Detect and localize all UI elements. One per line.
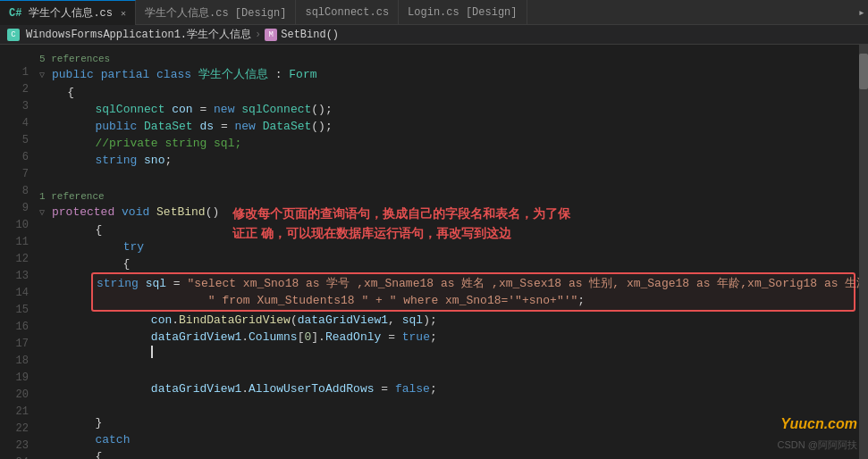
type-sqlconnect: sqlConnect	[95, 101, 164, 118]
var-dgv3: dataGridView1	[151, 380, 241, 397]
class-name: 学生个人信息	[198, 66, 268, 83]
kw-protected: protected	[52, 204, 114, 221]
breadcrumb-separator: ›	[255, 29, 261, 41]
prop-readonly: ReadOnly	[325, 329, 381, 346]
code-line-15: dataGridView1 . Columns [ 0 ]. ReadOnly …	[39, 329, 859, 346]
tab-3[interactable]: sqlConnect.cs	[296, 0, 399, 25]
watermark: Yuucn.com	[780, 416, 857, 432]
scrollbar-thumb[interactable]	[859, 54, 868, 89]
code-line-18: dataGridView1 . AllowUserToAddRows = fal…	[39, 380, 859, 397]
ref-5-label: 5 references	[39, 52, 859, 66]
new-dataset: DataSet	[263, 118, 312, 135]
method-setbind: SetBind	[156, 204, 206, 221]
var-sno: sno	[144, 152, 164, 169]
kw-public2: public	[95, 118, 137, 135]
tab-3-label: sqlConnect.cs	[305, 6, 389, 19]
tab-active[interactable]: C# 学生个人信息.cs ✕	[0, 0, 136, 25]
vertical-scrollbar[interactable]	[859, 45, 868, 459]
collapse-icon[interactable]: ▽	[39, 67, 50, 84]
kw-void: void	[122, 204, 149, 221]
tab-bar: C# 学生个人信息.cs ✕ 学生个人信息.cs [Design] sqlCon…	[0, 0, 868, 25]
code-line-blank1	[39, 169, 859, 186]
sql-highlight: string sql = "select xm_Sno18 as 学号 ,xm_…	[91, 272, 855, 312]
breadcrumb-class[interactable]: WindowsFormsApplication1.学生个人信息	[26, 27, 251, 42]
code-line-22: {	[39, 448, 859, 459]
code-line-1: ▽ public partial class 学生个人信息 : Form	[39, 66, 859, 84]
class-icon: C	[7, 29, 20, 41]
watermark-author: CSDN @阿阿阿扶	[778, 438, 857, 452]
collapse-icon-2[interactable]: ▽	[39, 204, 50, 221]
code-line-14: con . BindDataGridView ( dataGridView1 ,…	[39, 312, 859, 329]
code-line-13: " from Xum_Students18 " + " where xm_Sno…	[97, 292, 850, 309]
code-line-blank2	[39, 363, 859, 380]
prop-cols: Columns	[249, 329, 298, 346]
code-line-3: sqlConnect con = new sqlConnect ();	[39, 101, 859, 118]
type-dataset: DataSet	[144, 118, 193, 135]
kw-string1: string	[95, 152, 137, 169]
kw-try: try	[123, 238, 144, 255]
kw-new2: new	[234, 118, 255, 135]
var-sql: sql	[146, 275, 166, 292]
ide-window: C# 学生个人信息.cs ✕ 学生个人信息.cs [Design] sqlCon…	[0, 0, 868, 459]
kw-class: class	[156, 66, 191, 83]
kw-catch: catch	[95, 431, 130, 448]
num-0: 0	[304, 329, 311, 346]
cs-icon: C#	[9, 7, 21, 20]
annotation-text: 修改每个页面的查询语句，换成自己的字段名和表名，为了保证正 确，可以现在数据库运…	[232, 204, 572, 244]
method-icon: M	[265, 29, 277, 41]
var-ds: ds	[199, 118, 214, 135]
line-numbers: 1 2 3 4 5 6 7 8 9 10 11 12 13 14 15 16 1…	[0, 45, 36, 459]
comment-1: //private string sql;	[95, 135, 241, 152]
tab-scroll-btn[interactable]: ▸	[855, 0, 868, 24]
tab-spacer	[527, 0, 855, 24]
tab-2[interactable]: 学生个人信息.cs [Design]	[136, 0, 296, 25]
code-line-6: string sno ;	[39, 152, 859, 169]
code-area: 1 2 3 4 5 6 7 8 9 10 11 12 13 14 15 16 1…	[0, 45, 868, 459]
kw-string-sql: string	[97, 275, 139, 292]
str-sql2: " from Xum_Students18 " + " where xm_Sno…	[208, 292, 577, 309]
var-con2: con	[151, 312, 172, 329]
breadcrumb-bar: C WindowsFormsApplication1.学生个人信息 › M Se…	[0, 25, 868, 45]
base-class: Form	[289, 66, 316, 83]
code-line-21: catch	[39, 431, 859, 448]
code-line-20: }	[39, 414, 859, 431]
prop-allow: AllowUserToAddRows	[249, 380, 374, 397]
var-sql2: sql	[402, 312, 423, 329]
tab-active-label: 学生个人信息.cs	[29, 5, 113, 21]
code-line-11: {	[39, 255, 859, 272]
var-dgv2: dataGridView1	[151, 329, 241, 346]
code-line-2: {	[39, 84, 859, 101]
kw-false: false	[395, 380, 430, 397]
var-dgv: dataGridView1	[298, 312, 388, 329]
code-editor[interactable]: 5 references ▽ public partial class 学生个人…	[36, 45, 859, 459]
kw-partial: partial	[101, 66, 150, 83]
var-con: con	[172, 101, 192, 118]
str-sql1: "select xm_Sno18 as 学号 ,xm_Sname18 as 姓名…	[187, 275, 859, 292]
kw-true: true	[402, 329, 430, 346]
code-line-blank3	[39, 397, 859, 414]
tab-close-btn[interactable]: ✕	[121, 8, 126, 19]
code-line-5: //private string sql;	[39, 135, 859, 152]
code-line-16	[39, 346, 859, 363]
new-sqlconnect: sqlConnect	[241, 101, 311, 118]
cursor	[151, 346, 153, 358]
kw-public: public	[52, 66, 94, 83]
tab-4-label: Login.cs [Design]	[408, 6, 517, 19]
code-line-4: public DataSet ds = new DataSet ();	[39, 118, 859, 135]
tab-2-label: 学生个人信息.cs [Design]	[145, 5, 286, 21]
ref-1-label: 1 reference	[39, 189, 859, 204]
method-bind: BindDataGridView	[179, 312, 291, 329]
code-line-12: string sql = "select xm_Sno18 as 学号 ,xm_…	[97, 275, 850, 292]
breadcrumb-method[interactable]: SetBind()	[281, 29, 339, 41]
tab-4[interactable]: Login.cs [Design]	[399, 0, 527, 25]
sql-block: string sql = "select xm_Sno18 as 学号 ,xm_…	[39, 272, 859, 312]
annotation-overlay: 修改每个页面的查询语句，换成自己的字段名和表名，为了保证正 确，可以现在数据库运…	[232, 204, 572, 244]
kw-new1: new	[214, 101, 234, 118]
